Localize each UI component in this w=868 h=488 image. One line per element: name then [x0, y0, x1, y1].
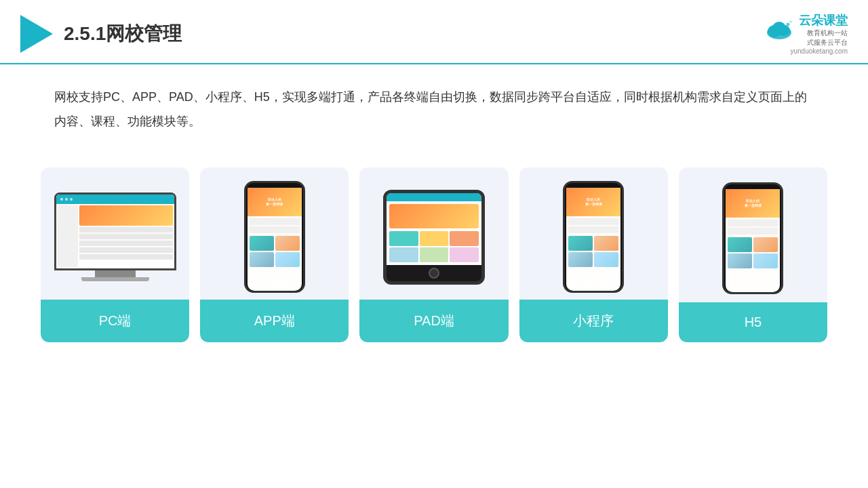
phone-mini-card-4 [275, 252, 300, 267]
phone-row-2 [250, 226, 300, 233]
pc-row-1 [79, 227, 173, 232]
phone-row-4 [568, 226, 618, 233]
phone-mini-card-10 [753, 237, 778, 252]
phone-body-3: 职达人的第一堂网课 [722, 182, 783, 294]
pad-card-4 [389, 247, 418, 262]
description-text: 网校支持PC、APP、PAD、小程序、H5，实现多端打通，产品各终端自由切换，数… [0, 64, 868, 147]
brand-cloud-icon [764, 19, 795, 41]
phone-banner-2: 职达人的第一堂网课 [566, 188, 620, 216]
card-app-label: APP端 [200, 300, 349, 342]
pc-row-5 [79, 254, 173, 260]
pad-card-3 [450, 231, 479, 246]
card-pad-image [359, 167, 508, 300]
pc-monitor [54, 192, 176, 270]
pc-screen [56, 195, 174, 268]
phone-notch-3 [744, 184, 762, 189]
phone-cards-mini-2 [568, 236, 618, 267]
phone-mini-card-2 [275, 236, 300, 251]
brand-url: yunduoketang.com [790, 47, 848, 55]
card-miniprogram-label: 小程序 [519, 300, 668, 342]
phone-notch [266, 183, 283, 188]
brand-row: 云朵课堂 教育机构一站式服务云平台 [764, 12, 848, 47]
pad-card-5 [420, 247, 449, 262]
header-left: 2.5.1网校管理 [20, 15, 182, 53]
phone-screen-2: 职达人的第一堂网课 [566, 188, 620, 291]
svg-point-5 [790, 21, 792, 23]
pad-home-button [429, 268, 439, 279]
phone-screen-body [248, 216, 302, 291]
phone-screen: 职达人的第一堂网课 [248, 188, 302, 291]
phone-banner-text: 职达人的第一堂网课 [266, 197, 283, 207]
pad-card-6 [450, 247, 479, 262]
phone-mini-card-5 [568, 236, 593, 251]
pad-card-2 [420, 231, 449, 246]
phone-banner: 职达人的第一堂网课 [248, 188, 302, 216]
card-pad-label: PAD端 [359, 300, 508, 342]
card-pc-image [41, 167, 189, 300]
card-pc: PC端 [41, 167, 189, 342]
card-h5-label: H5 [679, 302, 827, 342]
pad-grid [389, 231, 479, 262]
phone-screen-body-2 [566, 216, 620, 291]
platform-cards: PC端 职达人的第一堂网课 [0, 154, 868, 363]
pc-stand [95, 270, 136, 277]
svg-point-4 [787, 23, 790, 26]
phone-row-6 [728, 228, 778, 235]
phone-cards-mini [250, 236, 300, 267]
phone-notch-2 [585, 183, 602, 188]
phone-screen-3: 职达人的第一堂网课 [726, 189, 780, 292]
brand-area: 云朵课堂 教育机构一站式服务云平台 yunduoketang.com [764, 12, 848, 55]
pad-body [383, 190, 485, 285]
brand-name-text: 云朵课堂 教育机构一站式服务云平台 [799, 12, 848, 47]
phone-banner-text-2: 职达人的第一堂网课 [585, 197, 602, 207]
pc-row-4 [79, 247, 173, 253]
phone-mini-card-11 [728, 253, 752, 268]
phone-mini-card-6 [594, 236, 618, 251]
phone-mini-card-12 [753, 253, 778, 268]
brand-tagline: 教育机构一站式服务云平台 [799, 28, 848, 47]
card-app-image: 职达人的第一堂网课 [200, 167, 349, 300]
pad-screen-header [387, 193, 481, 201]
phone-screen-body-3 [726, 218, 780, 292]
pad-device-mockup [383, 190, 485, 285]
phone-body: 职达人的第一堂网课 [244, 181, 305, 293]
phone-banner-3: 职达人的第一堂网课 [726, 189, 780, 218]
pc-row-2 [79, 234, 173, 239]
phone-body-2: 职达人的第一堂网课 [563, 181, 624, 293]
card-miniprogram-image: 职达人的第一堂网课 [519, 167, 668, 300]
logo-triangle-icon [20, 15, 53, 53]
phone-mini-card-1 [250, 236, 274, 251]
card-h5: 职达人的第一堂网课 [679, 167, 827, 342]
pc-dot-1 [60, 198, 63, 201]
pc-base [81, 277, 149, 281]
phone-row-5 [728, 220, 778, 226]
page-title: 2.5.1网校管理 [64, 21, 182, 47]
pc-sidebar [58, 205, 78, 267]
pad-banner [389, 204, 479, 228]
pc-content [79, 205, 173, 267]
page-header: 2.5.1网校管理 云朵课堂 教育机构一站式服务云平台 yunduoketang… [0, 0, 868, 64]
pc-row-3 [79, 241, 173, 246]
phone-cards-mini-3 [728, 237, 778, 268]
card-pc-label: PC端 [41, 300, 189, 342]
phone-banner-text-3: 职达人的第一堂网课 [745, 199, 762, 208]
pc-device-mockup [54, 192, 176, 281]
pad-screen-body [387, 201, 481, 265]
card-h5-image: 职达人的第一堂网课 [679, 167, 827, 302]
svg-point-3 [772, 22, 786, 34]
app-phone-mockup: 职达人的第一堂网课 [244, 181, 305, 293]
card-app: 职达人的第一堂网课 [200, 167, 349, 342]
phone-mini-card-9 [728, 237, 752, 252]
pc-dot-3 [70, 198, 73, 201]
pc-rows [79, 227, 173, 267]
phone-mini-card-7 [568, 252, 593, 267]
phone-mini-card-8 [594, 252, 618, 267]
phone-row-1 [250, 218, 300, 225]
pad-card-1 [389, 231, 418, 246]
phone-mini-card-3 [250, 252, 274, 267]
phone-row-3 [568, 218, 618, 225]
card-miniprogram: 职达人的第一堂网课 [519, 167, 668, 342]
pad-screen [387, 193, 481, 265]
h5-phone-mockup: 职达人的第一堂网课 [722, 182, 783, 294]
pc-screen-body [56, 204, 174, 268]
